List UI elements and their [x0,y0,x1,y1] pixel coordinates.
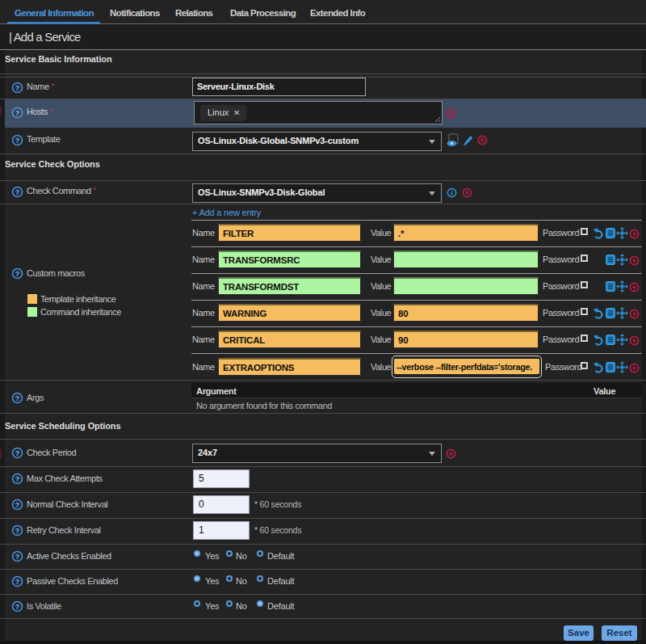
svg-text:?: ? [15,394,19,402]
svg-text:?: ? [15,578,19,586]
svg-text:?: ? [15,449,19,457]
svg-text:?: ? [15,188,19,196]
svg-text:?: ? [15,527,19,535]
svg-text:?: ? [15,109,19,117]
svg-text:?: ? [15,137,19,145]
svg-text:?: ? [15,84,19,92]
svg-text:?: ? [15,553,19,561]
svg-text:?: ? [15,475,19,483]
svg-text:?: ? [15,603,19,611]
svg-text:?: ? [15,270,19,278]
svg-text:?: ? [15,501,19,509]
